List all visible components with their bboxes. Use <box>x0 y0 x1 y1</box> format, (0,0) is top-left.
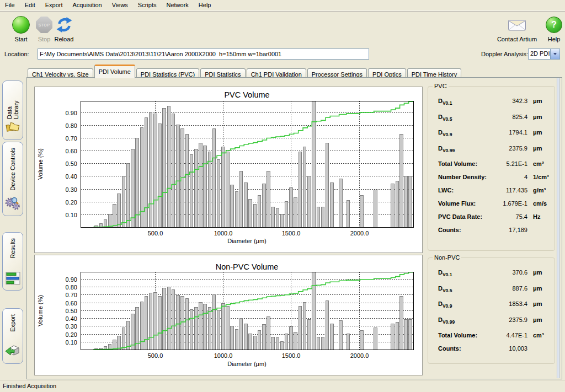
menu-bar: FileEditExportAcquisitionViewsScriptsNet… <box>0 0 565 11</box>
stat-row: Number Density:41/cm³ <box>438 174 549 187</box>
stat-value: 10,003 <box>493 345 527 352</box>
contact-artium-button[interactable]: Contact Artium <box>495 15 539 42</box>
combo-dropdown-button[interactable] <box>550 49 559 59</box>
stat-value: 1794.1 <box>493 129 527 136</box>
stat-value: 2375.9 <box>493 145 527 152</box>
x-axis-label: Diameter (μm) <box>227 238 266 244</box>
y-tick-label: 0.70 <box>66 292 77 298</box>
y-axis-label: Volume (%) <box>37 295 44 326</box>
stat-row: DV0.992375.9μm <box>438 316 549 332</box>
panel-right-groove <box>557 78 559 378</box>
stat-label: DV0.99 <box>438 145 493 153</box>
chart-title: Non-PVC Volume <box>216 262 279 271</box>
stat-row: DV0.91794.1μm <box>438 129 549 145</box>
stat-unit: 1/cm³ <box>533 174 549 180</box>
y-tick-label: 0.80 <box>66 122 77 129</box>
reload-icon <box>49 15 79 34</box>
stat-label: Total Volume: <box>438 160 493 167</box>
stat-row: DV0.1370.6μm <box>438 269 549 285</box>
y-tick-label: 0.50 <box>66 308 77 314</box>
y-tick-label: 0.20 <box>66 331 77 338</box>
help-button[interactable]: ?Help <box>539 15 565 42</box>
stat-unit: μm <box>533 129 542 136</box>
x-tick-label: 500.0 <box>148 230 163 237</box>
help-icon: ? <box>539 15 565 34</box>
stat-unit: cm³ <box>533 332 544 339</box>
stat-label: DV0.5 <box>438 114 493 122</box>
stat-row: DV0.91853.4μm <box>438 300 549 316</box>
menu-item-views[interactable]: Views <box>107 0 133 9</box>
menu-item-export[interactable]: Export <box>40 0 68 9</box>
aims-application-window: { "menu": {"items": ["File","Edit","Expo… <box>0 0 565 392</box>
stat-value: 887.6 <box>493 285 527 292</box>
status-text: Finished Acquisition <box>3 383 56 389</box>
stat-value: 117.435 <box>493 187 527 194</box>
stat-label: Total Volume: <box>438 332 493 339</box>
doppler-analysis-value: 2D PDI <box>529 49 550 59</box>
sidebar-item-results[interactable]: Results <box>2 232 23 291</box>
sidebar-item-export[interactable]: Export <box>2 308 23 364</box>
nonpvc-volume-chart: 0.100.200.300.400.500.600.700.800.90500.… <box>35 255 422 375</box>
menu-item-edit[interactable]: Edit <box>20 0 40 9</box>
x-tick-label: 1000.0 <box>214 352 233 359</box>
stat-label: Volume Flux: <box>438 200 493 207</box>
x-tick-label: 500.0 <box>148 352 163 359</box>
menu-item-network[interactable]: Network <box>161 0 193 9</box>
x-tick-label: 1500.0 <box>282 352 301 359</box>
nonpvc-volume-chart-panel: 0.100.200.300.400.500.600.700.800.90500.… <box>34 255 423 375</box>
stat-row: PVC Data Rate:75.4Hz <box>438 213 549 227</box>
stat-unit: μm <box>533 285 542 292</box>
sidebar-item-label: Device Controls <box>9 148 16 191</box>
stat-label: DV0.9 <box>438 300 493 309</box>
stat-label: LWC: <box>438 187 493 194</box>
location-label: Location: <box>4 51 29 57</box>
menu-item-help[interactable]: Help <box>194 0 216 9</box>
y-tick-label: 0.30 <box>66 186 77 193</box>
location-input[interactable] <box>38 49 369 60</box>
location-bar: Location: Doppler Analysis: 2D PDI <box>0 46 565 63</box>
stat-label: Counts: <box>438 227 493 233</box>
y-tick-label: 0.10 <box>66 212 77 218</box>
reload-button[interactable]: Reload <box>49 15 79 42</box>
results-chart-icon <box>6 271 20 286</box>
stat-row: DV0.1342.3μm <box>438 98 549 114</box>
menu-item-acquisition[interactable]: Acquisition <box>68 0 107 9</box>
stat-label: Number Density: <box>438 174 493 180</box>
y-tick-label: 0.60 <box>66 148 77 154</box>
y-tick-label: 0.10 <box>66 339 77 346</box>
stat-value: 825.4 <box>493 114 527 120</box>
histogram-bars <box>95 271 412 350</box>
stat-label: Counts: <box>438 345 493 352</box>
envelope-icon <box>495 15 539 34</box>
menu-item-scripts[interactable]: Scripts <box>133 0 162 9</box>
y-tick-label: 0.70 <box>66 135 77 142</box>
doppler-analysis-select[interactable]: 2D PDI <box>528 49 560 60</box>
stat-unit: μm <box>533 145 542 152</box>
stat-value: 370.6 <box>493 269 527 276</box>
stat-unit: Hz <box>533 213 540 220</box>
toolbar: StartSTOPStopReloadContact Artium?Help <box>0 11 565 47</box>
stat-row: Total Volume:4.47E-1cm³ <box>438 332 549 345</box>
sidebar-item-data-library[interactable]: Data Library <box>2 80 23 140</box>
stat-unit: μm <box>533 316 542 323</box>
stat-value: 1.679E-1 <box>493 200 527 207</box>
y-tick-label: 0.80 <box>66 284 77 291</box>
stat-unit: μm <box>533 300 542 307</box>
folders-icon <box>4 119 21 136</box>
stat-row: LWC:117.435g/m³ <box>438 187 549 200</box>
nonpvc-stats-groupbox: Non-PVC DV0.1370.6μmDV0.5887.6μmDV0.9185… <box>428 257 555 364</box>
sidebar-item-device-controls[interactable]: Device Controls <box>2 142 23 216</box>
pvc-stat-rows: DV0.1342.3μmDV0.5825.4μmDV0.91794.1μmDV0… <box>438 98 549 240</box>
stat-unit: cm/s <box>533 200 547 207</box>
toolbar-button-label: Help <box>539 36 565 42</box>
stat-unit: μm <box>533 114 542 120</box>
stat-value: 2375.9 <box>493 316 527 323</box>
y-tick-label: 0.90 <box>66 276 77 283</box>
menu-item-file[interactable]: File <box>0 0 20 9</box>
stat-value: 5.21E-1 <box>493 160 527 167</box>
y-tick-label: 0.90 <box>66 110 77 116</box>
tab-strip: Ch1 Velocity vs. SizePDI VolumePDI Stati… <box>28 66 462 78</box>
tab-pdi-volume[interactable]: PDI Volume <box>94 65 135 78</box>
stat-value: 4.47E-1 <box>493 332 527 339</box>
stat-label: DV0.5 <box>438 285 493 293</box>
